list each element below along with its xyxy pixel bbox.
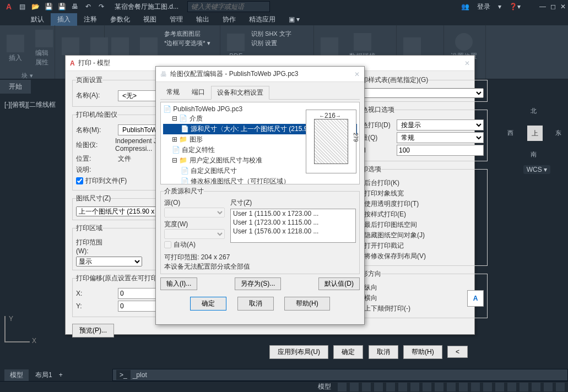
viewcube-top[interactable]: 上 [527, 126, 543, 141]
signin-icon[interactable]: 👥 [461, 3, 469, 10]
sb-clean-icon[interactable] [544, 383, 553, 391]
sb-otrack-icon[interactable] [410, 383, 419, 391]
sb-customize-icon[interactable] [556, 383, 565, 391]
media-width-select[interactable] [164, 229, 225, 239]
pd-tab-port[interactable]: 端口 [186, 85, 211, 99]
print-expand-button[interactable]: < [447, 346, 468, 358]
sb-annotation-icon[interactable] [459, 383, 468, 391]
sb-trans-icon[interactable] [435, 383, 443, 391]
print-close-icon[interactable]: ✕ [464, 59, 470, 67]
tab-default[interactable]: 默认 [24, 13, 51, 26]
plotter-default-button[interactable]: 默认值(D) [318, 277, 360, 290]
sb-mode[interactable]: 模型 [315, 382, 334, 392]
new-icon[interactable]: ▤ [18, 2, 26, 11]
search-input[interactable] [187, 1, 270, 12]
tab-expand[interactable]: ▣ ▾ [282, 14, 306, 25]
sb-units-icon[interactable] [495, 383, 504, 391]
sb-polar-icon[interactable] [374, 383, 383, 391]
app-logo: A [2, 0, 15, 13]
size-item[interactable]: User 1 (1115.00 x 1723.00 ... [231, 209, 355, 218]
sb-hardware-icon[interactable] [532, 383, 540, 391]
printable-range: 可打印范围: 204 x 267 [164, 253, 356, 262]
quality-select[interactable]: 常规 [397, 132, 484, 143]
plotter-cancel-button[interactable]: 取消 [237, 297, 274, 311]
size-item[interactable]: User 1 (1576.00 x 1218.00 ... [231, 227, 355, 236]
plotter-help-button[interactable]: 帮助(H) [284, 297, 330, 311]
size-list[interactable]: User 1 (1115.00 x 1723.00 ... User 1 (17… [230, 209, 356, 243]
shadeplot-select[interactable]: 按显示 [397, 119, 484, 130]
pd-tab-device[interactable]: 设备和文档设置 [211, 86, 269, 100]
redo-icon[interactable]: ↷ [97, 2, 106, 11]
open-icon[interactable]: 📂 [31, 2, 40, 11]
file-tab-start[interactable]: 开始 [0, 80, 31, 94]
add-layout-icon[interactable]: + [59, 371, 63, 379]
close-icon[interactable]: ✕ [560, 3, 566, 10]
print-help-button[interactable]: 帮助(H) [403, 345, 442, 359]
doc-title: 某宿舍餐厅施工图.d... [115, 2, 178, 12]
sb-ortho-icon[interactable] [362, 383, 371, 391]
sb-quickprops-icon[interactable] [507, 383, 516, 391]
plotter-ok-button[interactable]: 确定 [190, 297, 226, 311]
media-auto-check[interactable] [164, 241, 171, 248]
config-note: 本设备无法配置部分或全部值 [164, 262, 356, 271]
tab-annotate[interactable]: 注释 [77, 13, 104, 26]
tab-manage[interactable]: 管理 [163, 13, 190, 26]
maximize-icon[interactable]: ◻ [550, 3, 556, 10]
command-line[interactable]: >_ _plot [112, 369, 568, 381]
tab-insert[interactable]: 插入 [51, 13, 77, 26]
saveas-icon[interactable]: 💾 [57, 2, 66, 11]
plotter-import-button[interactable]: 输入(I)... [160, 277, 197, 290]
wcs-label[interactable]: WCS ▾ [523, 165, 550, 174]
panel-block[interactable]: 块 ▾ [2, 69, 52, 80]
undo-icon[interactable]: ↶ [84, 2, 93, 11]
plotter-config-dialog: 🖶 绘图仪配置编辑器 - PublishToWeb JPG.pc3 ✕ 常规 端… [155, 66, 365, 325]
plotter-saveas-button[interactable]: 另存为(S)... [235, 277, 281, 290]
sb-3dosnap-icon[interactable] [398, 383, 407, 391]
underlay-layers[interactable]: 参考底图图层 [164, 30, 210, 38]
recognize-settings[interactable]: 识别 设置 [251, 39, 291, 47]
tab-view[interactable]: 视图 [137, 13, 163, 26]
viewport-label[interactable]: [-][俯视][二维线框 [4, 100, 56, 110]
print-ok-button[interactable]: 确定 [333, 345, 363, 359]
insert-block-button[interactable]: 插入 [2, 28, 29, 69]
autodesk-app-icon[interactable]: ▾ [498, 3, 501, 10]
frame-options[interactable]: *边框可变选项* ▾ [164, 39, 210, 47]
tab-featured[interactable]: 精选应用 [242, 13, 282, 26]
media-src-select[interactable] [164, 208, 225, 217]
plot-to-file-check[interactable] [76, 177, 83, 184]
tab-parametric[interactable]: 参数化 [104, 13, 137, 26]
edit-attr-button[interactable]: 编辑属性 [31, 28, 57, 69]
plotter-close-icon[interactable]: ✕ [354, 70, 360, 78]
print-cancel-button[interactable]: 取消 [369, 345, 398, 359]
sb-osnap-icon[interactable] [386, 383, 395, 391]
login-button[interactable]: 登录 [477, 2, 490, 12]
minimize-icon[interactable]: — [539, 3, 546, 10]
viewcube[interactable]: 北 南 西 东 上 [515, 113, 554, 152]
help-icon[interactable]: ❓▾ [509, 3, 521, 10]
sb-cycling-icon[interactable] [447, 383, 456, 391]
sb-snap-icon[interactable] [350, 383, 359, 391]
sb-lwt-icon[interactable] [423, 383, 431, 391]
pd-tab-general[interactable]: 常规 [160, 85, 186, 99]
tab-output[interactable]: 输出 [190, 13, 216, 26]
model-tab[interactable]: 模型 [4, 369, 29, 381]
plotstyle-select[interactable]: 无 [355, 88, 484, 98]
paper-preview: ←216→ 279 [306, 110, 356, 173]
sb-monitor-icon[interactable] [483, 383, 492, 391]
shx-recognize[interactable]: 识别 SHX 文字 [251, 30, 291, 38]
sb-isolate-icon[interactable] [520, 383, 528, 391]
tree-modify[interactable]: 📄 修改标准图纸尺寸（可打印区域） [163, 176, 357, 184]
preview-button[interactable]: 预览(P)... [72, 324, 114, 337]
layout-tabs: 模型 布局1 + [0, 369, 112, 381]
save-icon[interactable]: 💾 [44, 2, 53, 11]
dpi-input[interactable] [397, 145, 484, 156]
size-item[interactable]: User 1 (1723.00 x 1115.00 ... [231, 218, 355, 227]
sb-workspace-icon[interactable] [471, 383, 480, 391]
plot-area-select[interactable]: 显示 [76, 257, 142, 266]
tab-collaborate[interactable]: 协作 [216, 13, 242, 26]
layout1-tab[interactable]: 布局1 [35, 371, 52, 380]
autocad-icon: A [70, 59, 75, 67]
plot-icon[interactable]: 🖶 [71, 2, 79, 11]
sb-grid-icon[interactable] [338, 383, 347, 391]
apply-layout-button[interactable]: 应用到布局(U) [269, 345, 328, 359]
